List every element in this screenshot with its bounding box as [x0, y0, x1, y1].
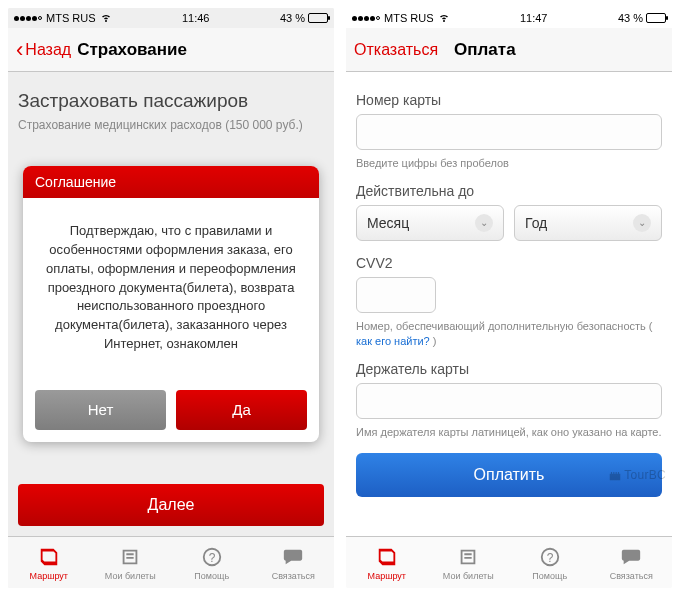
back-button[interactable]: ‹ Назад	[16, 39, 71, 61]
cvv-hint-post: )	[430, 335, 437, 347]
tab-route[interactable]: Маршрут	[346, 537, 428, 588]
route-icon	[375, 545, 399, 569]
cvv-hint-pre: Номер, обеспечивающий дополнительную без…	[356, 320, 653, 332]
expiry-year-select[interactable]: Год ⌄	[514, 205, 662, 241]
nav-bar: ‹ Назад Страхование	[8, 28, 334, 72]
svg-text:?: ?	[208, 550, 215, 564]
tab-contact[interactable]: Связаться	[591, 537, 673, 588]
carrier-label: MTS RUS	[384, 12, 434, 24]
carrier-label: MTS RUS	[46, 12, 96, 24]
tab-route[interactable]: Маршрут	[8, 537, 90, 588]
screen-insurance: MTS RUS 11:46 43 % ‹ Назад Страхование З…	[8, 8, 334, 588]
wifi-icon	[438, 11, 450, 25]
page-title: Страхование	[77, 40, 187, 60]
tab-label: Мои билеты	[443, 571, 494, 581]
tab-tickets[interactable]: Мои билеты	[90, 537, 172, 588]
chevron-left-icon: ‹	[16, 39, 23, 61]
status-bar: MTS RUS 11:46 43 %	[8, 8, 334, 28]
battery-pct: 43 %	[618, 12, 643, 24]
select-label: Месяц	[367, 215, 409, 231]
card-number-input[interactable]	[356, 114, 662, 150]
tab-label: Мои билеты	[105, 571, 156, 581]
holder-label: Держатель карты	[356, 361, 662, 377]
holder-hint: Имя держателя карты латиницей, как оно у…	[356, 425, 662, 440]
tab-label: Связаться	[610, 571, 653, 581]
tab-help[interactable]: ? Помощь	[171, 537, 253, 588]
clock: 11:47	[520, 12, 548, 24]
tab-label: Маршрут	[30, 571, 68, 581]
select-label: Год	[525, 215, 547, 231]
help-icon: ?	[538, 545, 562, 569]
tickets-icon	[456, 545, 480, 569]
tab-bar: Маршрут Мои билеты ? Помощь Связаться	[346, 536, 672, 588]
content-area: Застраховать пассажиров Страхование меди…	[8, 72, 334, 536]
watermark: TourBC	[608, 468, 666, 482]
tickets-icon	[118, 545, 142, 569]
svg-text:?: ?	[546, 550, 553, 564]
screen-payment: MTS RUS 11:47 43 % Отказаться Оплата Ном…	[346, 8, 672, 588]
decline-button[interactable]: Нет	[35, 390, 166, 430]
chat-icon	[619, 545, 643, 569]
battery-icon	[646, 13, 666, 23]
chat-icon	[281, 545, 305, 569]
status-bar: MTS RUS 11:47 43 %	[346, 8, 672, 28]
route-icon	[37, 545, 61, 569]
tab-label: Помощь	[194, 571, 229, 581]
tab-bar: Маршрут Мои билеты ? Помощь Связаться	[8, 536, 334, 588]
expiry-label: Действительна до	[356, 183, 662, 199]
cvv-hint: Номер, обеспечивающий дополнительную без…	[356, 319, 662, 349]
back-label: Назад	[25, 41, 71, 59]
cancel-button[interactable]: Отказаться	[354, 41, 438, 59]
watermark-text: TourBC	[624, 468, 666, 482]
signal-icon	[14, 16, 42, 21]
tab-label: Связаться	[272, 571, 315, 581]
tab-label: Помощь	[532, 571, 567, 581]
battery-pct: 43 %	[280, 12, 305, 24]
tab-label: Маршрут	[368, 571, 406, 581]
card-number-hint: Введите цифры без пробелов	[356, 156, 662, 171]
tab-help[interactable]: ? Помощь	[509, 537, 591, 588]
modal-overlay: Соглашение Подтверждаю, что с правилами …	[8, 72, 334, 536]
expiry-month-select[interactable]: Месяц ⌄	[356, 205, 504, 241]
agreement-dialog: Соглашение Подтверждаю, что с правилами …	[23, 166, 319, 442]
expiry-row: Месяц ⌄ Год ⌄	[356, 205, 662, 241]
battery-icon	[308, 13, 328, 23]
tab-tickets[interactable]: Мои билеты	[428, 537, 510, 588]
clock: 11:46	[182, 12, 210, 24]
page-title: Оплата	[454, 40, 516, 60]
nav-bar: Отказаться Оплата	[346, 28, 672, 72]
signal-icon	[352, 16, 380, 21]
card-number-label: Номер карты	[356, 92, 662, 108]
dialog-body: Подтверждаю, что с правилами и особеннос…	[23, 198, 319, 378]
dialog-title: Соглашение	[23, 166, 319, 198]
chevron-down-icon: ⌄	[633, 214, 651, 232]
tab-contact[interactable]: Связаться	[253, 537, 335, 588]
cvv-input[interactable]	[356, 277, 436, 313]
chevron-down-icon: ⌄	[475, 214, 493, 232]
help-icon: ?	[200, 545, 224, 569]
wifi-icon	[100, 11, 112, 25]
castle-icon	[608, 468, 622, 482]
dialog-actions: Нет Да	[23, 378, 319, 442]
cvv-label: CVV2	[356, 255, 662, 271]
accept-button[interactable]: Да	[176, 390, 307, 430]
cvv-help-link[interactable]: как его найти?	[356, 335, 430, 347]
content-area: Номер карты Введите цифры без пробелов Д…	[346, 72, 672, 536]
holder-input[interactable]	[356, 383, 662, 419]
